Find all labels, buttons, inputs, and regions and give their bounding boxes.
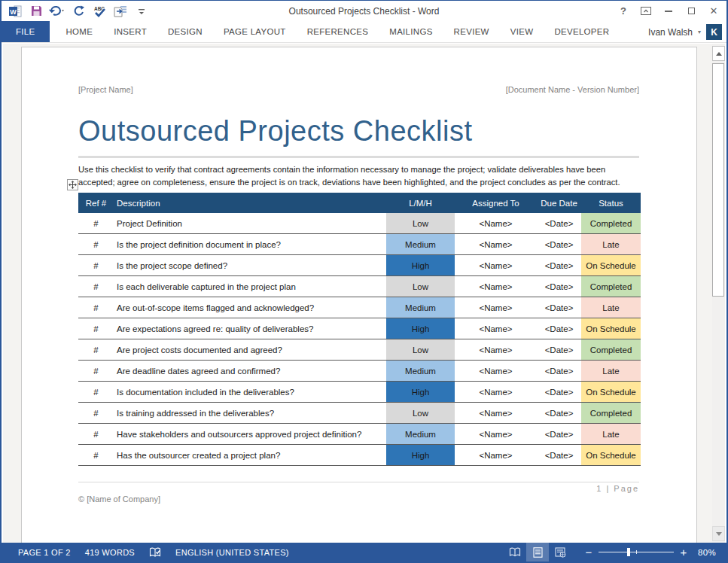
word-logo-icon[interactable]: W <box>6 3 24 20</box>
cell-ref[interactable]: # <box>78 234 114 254</box>
web-layout-button[interactable] <box>549 543 571 561</box>
cell-due-date[interactable]: <Date> <box>537 361 581 381</box>
cell-priority[interactable]: High <box>386 255 455 275</box>
maximize-button[interactable] <box>680 2 702 20</box>
cell-priority[interactable]: Low <box>386 276 455 297</box>
cell-assigned-to[interactable]: <Name> <box>455 382 537 402</box>
cell-ref[interactable]: # <box>78 445 114 465</box>
document-title[interactable]: Outsourced Projects Checklist <box>78 112 639 150</box>
cell-ref[interactable]: # <box>78 339 114 360</box>
zoom-slider-handle[interactable] <box>627 548 630 556</box>
cell-priority[interactable]: Medium <box>386 424 455 444</box>
tab-mailings[interactable]: MAILINGS <box>379 21 443 42</box>
save-icon[interactable] <box>27 3 45 20</box>
zoom-in-button[interactable]: + <box>677 546 690 558</box>
cell-assigned-to[interactable]: <Name> <box>455 361 537 381</box>
column-header-description[interactable]: Description <box>114 199 386 208</box>
project-name-field[interactable]: [Project Name] <box>78 85 133 94</box>
tab-page-layout[interactable]: PAGE LAYOUT <box>213 21 297 42</box>
cell-description[interactable]: Is documentation included in the deliver… <box>114 382 386 402</box>
column-header-assigned-to[interactable]: Assigned To <box>455 199 537 208</box>
cell-due-date[interactable]: <Date> <box>537 297 581 318</box>
cell-assigned-to[interactable]: <Name> <box>455 339 537 360</box>
cell-assigned-to[interactable]: <Name> <box>455 234 537 254</box>
cell-ref[interactable]: # <box>78 361 114 381</box>
cell-description[interactable]: Have stakeholders and outsourcers approv… <box>114 424 386 444</box>
zoom-slider[interactable] <box>599 543 674 561</box>
cell-ref[interactable]: # <box>78 424 114 444</box>
cell-priority[interactable]: Medium <box>386 361 455 381</box>
zoom-level[interactable]: 80% <box>690 548 716 557</box>
cell-due-date[interactable]: <Date> <box>537 445 581 465</box>
cell-priority[interactable]: High <box>386 382 455 402</box>
cell-description[interactable]: Is the project scope defined? <box>114 255 386 275</box>
cell-due-date[interactable]: <Date> <box>537 403 581 423</box>
review-send-icon[interactable] <box>111 3 129 20</box>
cell-assigned-to[interactable]: <Name> <box>455 445 537 465</box>
tab-review[interactable]: REVIEW <box>443 21 500 42</box>
cell-assigned-to[interactable]: <Name> <box>455 403 537 423</box>
cell-description[interactable]: Are expectations agreed re: quality of d… <box>114 318 386 339</box>
cell-description[interactable]: Are out-of-scope items flagged and ackno… <box>114 297 386 318</box>
cell-priority[interactable]: Low <box>386 213 455 233</box>
cell-ref[interactable]: # <box>78 297 114 318</box>
cell-ref[interactable]: # <box>78 213 114 233</box>
cell-description[interactable]: Is each deliverable captured in the proj… <box>114 276 386 297</box>
cell-priority[interactable]: Low <box>386 403 455 423</box>
close-button[interactable]: ✕ <box>702 2 725 20</box>
cell-status[interactable]: Completed <box>581 403 641 423</box>
page-indicator[interactable]: PAGE 1 OF 2 <box>18 543 71 561</box>
cell-due-date[interactable]: <Date> <box>537 318 581 339</box>
tab-view[interactable]: VIEW <box>500 21 544 42</box>
cell-assigned-to[interactable]: <Name> <box>455 297 537 318</box>
scroll-down-button[interactable] <box>712 526 725 541</box>
language-indicator[interactable]: ENGLISH (UNITED STATES) <box>175 543 289 561</box>
cell-assigned-to[interactable]: <Name> <box>455 213 537 233</box>
word-count[interactable]: 419 WORDS <box>85 543 135 561</box>
table-move-handle[interactable] <box>67 179 78 190</box>
tab-home[interactable]: HOME <box>56 21 104 42</box>
page-number[interactable]: 1 | Page <box>78 482 639 493</box>
cell-status[interactable]: Late <box>581 361 641 381</box>
cell-assigned-to[interactable]: <Name> <box>455 276 537 297</box>
column-header-status[interactable]: Status <box>581 199 641 208</box>
cell-assigned-to[interactable]: <Name> <box>455 424 537 444</box>
cell-status[interactable]: Late <box>581 424 641 444</box>
help-button[interactable]: ? <box>612 2 635 20</box>
cell-status[interactable]: Late <box>581 297 641 318</box>
print-layout-button[interactable] <box>526 543 549 561</box>
cell-description[interactable]: Is training addressed in the deliverable… <box>114 403 386 423</box>
ribbon-display-options-button[interactable] <box>635 2 657 20</box>
cell-status[interactable]: On Schedule <box>581 445 641 465</box>
cell-status[interactable]: Completed <box>581 213 641 233</box>
account-area[interactable]: Ivan Walsh ▾ K <box>648 21 722 43</box>
cell-due-date[interactable]: <Date> <box>537 339 581 360</box>
vertical-scrollbar[interactable] <box>712 44 725 543</box>
tab-file[interactable]: FILE <box>2 21 50 42</box>
spelling-grammar-icon[interactable]: ABC <box>90 3 108 20</box>
scroll-up-button[interactable] <box>712 46 725 61</box>
cell-priority[interactable]: Low <box>386 339 455 360</box>
cell-priority[interactable]: Medium <box>386 297 455 318</box>
cell-status[interactable]: On Schedule <box>581 382 641 402</box>
column-header-ref[interactable]: Ref # <box>78 199 114 208</box>
cell-description[interactable]: Has the outsourcer created a project pla… <box>114 445 386 465</box>
cell-status[interactable]: Completed <box>581 276 641 297</box>
cell-due-date[interactable]: <Date> <box>537 424 581 444</box>
tab-insert[interactable]: INSERT <box>103 21 157 42</box>
intro-paragraph[interactable]: Use this checklist to verify that contra… <box>78 163 639 188</box>
cell-description[interactable]: Are deadline dates agreed and confirmed? <box>114 361 386 381</box>
cell-status[interactable]: On Schedule <box>581 255 641 275</box>
cell-due-date[interactable]: <Date> <box>537 276 581 297</box>
cell-ref[interactable]: # <box>78 382 114 402</box>
cell-due-date[interactable]: <Date> <box>537 213 581 233</box>
column-header-lmh[interactable]: L/M/H <box>386 199 455 208</box>
proofing-check-button[interactable] <box>149 543 161 561</box>
cell-ref[interactable]: # <box>78 403 114 423</box>
cell-ref[interactable]: # <box>78 318 114 339</box>
cell-description[interactable]: Are project costs documented and agreed? <box>114 339 386 360</box>
document-version-field[interactable]: [Document Name - Version Number] <box>506 85 639 94</box>
tab-design[interactable]: DESIGN <box>157 21 213 42</box>
scrollbar-thumb[interactable] <box>712 63 724 297</box>
cell-priority[interactable]: High <box>386 318 455 339</box>
